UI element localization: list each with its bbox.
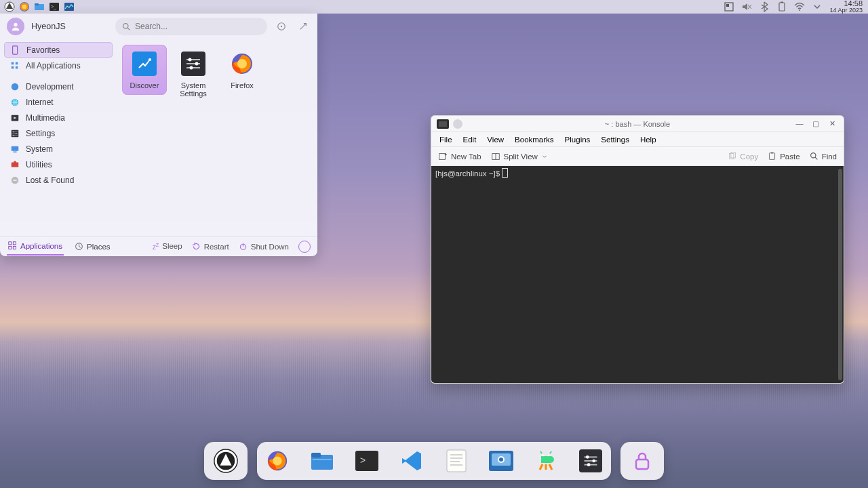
dock-section-launcher bbox=[204, 442, 248, 480]
window-tab-new[interactable] bbox=[453, 119, 462, 129]
tray-expand-icon[interactable] bbox=[812, 1, 823, 12]
wifi-icon[interactable] bbox=[794, 1, 805, 12]
window-tab-active[interactable] bbox=[437, 119, 449, 129]
dock-files[interactable] bbox=[310, 449, 334, 473]
dock-spectacle[interactable] bbox=[489, 449, 513, 473]
multimedia-icon bbox=[9, 113, 20, 123]
terminal-area[interactable]: [hjs@archlinux ~]$ bbox=[431, 166, 844, 383]
minimize-button[interactable]: — bbox=[795, 119, 804, 128]
monitor-tray-icon[interactable] bbox=[64, 1, 75, 12]
prompt-text: [hjs@archlinux ~]$ bbox=[435, 169, 500, 178]
konsole-tray-icon[interactable]: >_ bbox=[49, 1, 60, 12]
sidebar-item-utilities[interactable]: Utilities bbox=[4, 157, 113, 172]
app-firefox[interactable]: Firefox bbox=[220, 45, 264, 95]
svg-point-90 bbox=[548, 455, 550, 457]
menu-help[interactable]: Help bbox=[640, 136, 656, 144]
copy-button[interactable]: Copy bbox=[728, 152, 758, 161]
tab-applications[interactable]: Applications bbox=[7, 237, 64, 256]
split-view-button[interactable]: Split View bbox=[491, 152, 548, 161]
dock: > bbox=[0, 442, 868, 480]
copy-icon bbox=[728, 152, 736, 161]
user-avatar[interactable] bbox=[7, 18, 24, 35]
session-more-button[interactable] bbox=[298, 241, 311, 253]
menu-plugins[interactable]: Plugins bbox=[565, 136, 591, 144]
places-icon bbox=[75, 242, 83, 251]
tray-app-icon[interactable] bbox=[724, 1, 734, 12]
menu-edit[interactable]: Edit bbox=[463, 136, 477, 144]
launcher-menu-icon[interactable] bbox=[4, 1, 15, 12]
sidebar-item-favorites[interactable]: Favorites bbox=[4, 42, 113, 58]
svg-point-50 bbox=[190, 66, 193, 70]
new-tab-button[interactable]: New Tab bbox=[438, 152, 481, 161]
svg-rect-4 bbox=[35, 3, 39, 5]
sidebar-item-settings[interactable]: Settings bbox=[4, 125, 113, 141]
menu-file[interactable]: File bbox=[439, 136, 452, 144]
button-label: Restart bbox=[204, 243, 229, 251]
dock-konsole[interactable]: > bbox=[355, 449, 379, 473]
svg-point-19 bbox=[281, 26, 282, 27]
dock-launcher[interactable] bbox=[214, 449, 238, 473]
dock-vscode[interactable] bbox=[399, 449, 424, 473]
find-button[interactable]: Find bbox=[810, 152, 837, 161]
sidebar-item-development[interactable]: Development bbox=[4, 79, 113, 94]
sidebar-item-label: Multimedia bbox=[26, 113, 65, 123]
sleep-button[interactable]: zz Sleep bbox=[153, 241, 182, 251]
svg-rect-38 bbox=[12, 162, 19, 167]
svg-rect-42 bbox=[132, 52, 157, 76]
chevron-down-icon bbox=[541, 153, 548, 160]
discover-icon bbox=[131, 50, 158, 77]
cursor bbox=[502, 169, 507, 177]
menu-view[interactable]: View bbox=[487, 136, 504, 144]
dock-firefox[interactable] bbox=[265, 449, 290, 473]
sidebar-item-label: Development bbox=[26, 82, 74, 92]
firefox-tray-icon[interactable] bbox=[19, 1, 30, 12]
sidebar-item-label: Utilities bbox=[26, 160, 52, 169]
maximize-button[interactable]: ▢ bbox=[811, 119, 821, 128]
settings-cat-icon bbox=[9, 128, 20, 139]
menu-settings[interactable]: Settings bbox=[601, 136, 629, 144]
sidebar-item-all-applications[interactable]: All Applications bbox=[4, 58, 113, 73]
pin-button[interactable] bbox=[296, 19, 311, 34]
svg-rect-37 bbox=[13, 151, 16, 152]
svg-rect-80 bbox=[447, 450, 466, 472]
shutdown-button[interactable]: Shut Down bbox=[239, 242, 289, 251]
app-system-settings[interactable]: System Settings bbox=[171, 45, 216, 103]
dock-text-editor[interactable] bbox=[444, 449, 469, 473]
sidebar-item-internet[interactable]: Internet bbox=[4, 94, 113, 110]
search-field[interactable] bbox=[115, 18, 267, 35]
svg-rect-21 bbox=[12, 62, 14, 64]
dock-lock[interactable] bbox=[630, 449, 654, 473]
volume-muted-icon[interactable] bbox=[741, 1, 752, 12]
close-button[interactable]: ✕ bbox=[827, 119, 837, 128]
sidebar-item-system[interactable]: System bbox=[4, 141, 113, 157]
app-discover[interactable]: Discover bbox=[122, 45, 167, 95]
restart-button[interactable]: Restart bbox=[192, 242, 229, 251]
bluetooth-icon[interactable] bbox=[759, 1, 770, 12]
lostfound-icon bbox=[9, 175, 20, 186]
files-tray-icon[interactable] bbox=[34, 1, 45, 12]
dock-section-apps: > bbox=[257, 442, 611, 480]
svg-point-69 bbox=[810, 153, 815, 158]
svg-point-43 bbox=[149, 58, 151, 61]
sidebar-item-multimedia[interactable]: Multimedia bbox=[4, 110, 113, 125]
terminal-scrollbar[interactable] bbox=[838, 169, 842, 380]
paste-button[interactable]: Paste bbox=[768, 152, 800, 161]
toolbar: New Tab Split View Copy Paste Find bbox=[431, 147, 844, 166]
sidebar-item-label: Settings bbox=[26, 129, 55, 138]
battery-icon[interactable] bbox=[776, 1, 787, 12]
button-label: Sleep bbox=[162, 242, 182, 250]
dock-android-studio[interactable] bbox=[534, 449, 558, 473]
svg-rect-54 bbox=[13, 242, 16, 245]
tab-places[interactable]: Places bbox=[73, 238, 112, 255]
configure-button[interactable] bbox=[274, 19, 289, 34]
dock-system-settings[interactable] bbox=[578, 449, 603, 473]
menu-bookmarks[interactable]: Bookmarks bbox=[515, 136, 554, 144]
titlebar[interactable]: ~ : bash — Konsole — ▢ ✕ bbox=[431, 116, 844, 132]
sidebar-item-lost-found[interactable]: Lost & Found bbox=[4, 172, 113, 188]
sidebar-item-label: Favorites bbox=[26, 45, 60, 55]
split-view-icon bbox=[491, 152, 500, 161]
clock[interactable]: 14:58 14 Apr 2023 bbox=[829, 0, 863, 14]
search-input[interactable] bbox=[135, 22, 260, 31]
svg-line-70 bbox=[815, 157, 817, 159]
svg-line-92 bbox=[550, 451, 551, 453]
